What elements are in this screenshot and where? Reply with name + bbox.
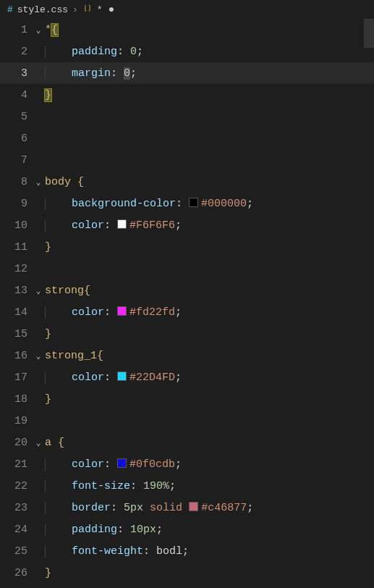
code-line: 7 <box>0 149 374 171</box>
code-line: 10 color: #F6F6F6; <box>0 214 374 236</box>
line-number[interactable]: 21 <box>0 458 32 471</box>
code-content[interactable]: color: #22D4FD; <box>45 371 374 384</box>
code-line: 2 padding: 0; <box>0 41 374 62</box>
line-number[interactable]: 20 <box>0 437 32 449</box>
line-number[interactable]: 22 <box>0 480 32 492</box>
fold-chevron-icon[interactable]: ⌄ <box>32 438 45 448</box>
line-number[interactable]: 3 <box>0 67 32 80</box>
breadcrumb-symbol[interactable]: * <box>97 4 103 15</box>
line-number[interactable]: 1 <box>0 24 32 36</box>
code-line: 1 ⌄ *{ <box>0 19 374 41</box>
code-line: 5 <box>0 106 374 127</box>
color-swatch-icon[interactable] <box>117 458 127 468</box>
code-line: 11 } <box>0 236 374 258</box>
code-content[interactable]: font-size: 190%; <box>45 480 374 492</box>
line-number[interactable]: 8 <box>0 176 32 188</box>
code-line: 26 } <box>0 562 374 584</box>
line-number[interactable]: 7 <box>0 154 32 167</box>
breadcrumb-filename[interactable]: style.css <box>17 4 68 15</box>
line-number[interactable]: 13 <box>0 285 32 297</box>
code-line: 8 ⌄ body { <box>0 171 374 193</box>
line-number[interactable]: 18 <box>0 393 32 406</box>
vertical-scrollbar[interactable] <box>364 19 374 48</box>
code-line: 22 font-size: 190%; <box>0 475 374 497</box>
code-line: 13 ⌄ strong{ <box>0 280 374 301</box>
color-swatch-icon[interactable] <box>117 306 127 316</box>
line-number[interactable]: 16 <box>0 350 32 362</box>
fold-chevron-icon[interactable]: ⌄ <box>32 177 45 187</box>
code-line: 16 ⌄ strong_1{ <box>0 345 374 366</box>
code-line: 23 border: 5px solid #c46877; <box>0 497 374 518</box>
chevron-right-icon: › <box>72 4 78 15</box>
code-content[interactable]: margin: 0; <box>45 67 374 80</box>
line-number[interactable]: 9 <box>0 198 32 210</box>
line-number[interactable]: 19 <box>0 415 32 427</box>
breadcrumb[interactable]: # style.css › * ● <box>0 0 374 19</box>
code-line: 9 background-color: #000000; <box>0 193 374 214</box>
code-line: 24 padding: 10px; <box>0 518 374 540</box>
code-line: 20 ⌄ a { <box>0 432 374 453</box>
code-line: 17 color: #22D4FD; <box>0 366 374 388</box>
code-line-active: 3 margin: 0; <box>0 62 374 84</box>
code-content[interactable]: padding: 10px; <box>45 524 374 536</box>
line-number[interactable]: 17 <box>0 371 32 384</box>
code-line: 14 color: #fd22fd; <box>0 301 374 323</box>
code-content[interactable]: color: #F6F6F6; <box>45 219 374 232</box>
line-number[interactable]: 25 <box>0 545 32 558</box>
code-content[interactable]: font-weight: bodl; <box>45 545 374 558</box>
code-content[interactable]: padding: 0; <box>45 46 374 58</box>
code-content[interactable]: background-color: #000000; <box>45 198 374 210</box>
code-line: 18 } <box>0 388 374 410</box>
fold-chevron-icon[interactable]: ⌄ <box>32 351 45 361</box>
line-number[interactable]: 26 <box>0 567 32 579</box>
css-file-icon: # <box>7 4 13 15</box>
color-swatch-icon[interactable] <box>117 219 127 229</box>
code-content[interactable]: } <box>45 393 374 406</box>
line-number[interactable]: 4 <box>0 89 32 101</box>
code-line: 12 <box>0 258 374 280</box>
color-swatch-icon[interactable] <box>189 198 198 207</box>
line-number[interactable]: 5 <box>0 111 32 123</box>
dirty-indicator-icon: ● <box>109 4 114 15</box>
color-swatch-icon[interactable] <box>117 371 127 381</box>
code-line: 21 color: #0f0cdb; <box>0 453 374 475</box>
line-number[interactable]: 23 <box>0 502 32 514</box>
line-number[interactable]: 12 <box>0 263 32 275</box>
code-content[interactable]: } <box>45 328 374 340</box>
fold-chevron-icon[interactable]: ⌄ <box>32 286 45 295</box>
line-number[interactable]: 10 <box>0 219 32 232</box>
code-content[interactable]: } <box>45 89 374 101</box>
line-number[interactable]: 24 <box>0 524 32 536</box>
css-rule-icon <box>82 3 93 16</box>
code-line: 15 } <box>0 323 374 345</box>
code-content[interactable]: } <box>45 567 374 579</box>
code-content[interactable]: *{ <box>45 24 374 36</box>
line-number[interactable]: 11 <box>0 241 32 253</box>
line-number[interactable]: 15 <box>0 328 32 340</box>
code-content[interactable]: color: #fd22fd; <box>45 306 374 319</box>
color-swatch-icon[interactable] <box>189 502 198 511</box>
line-number[interactable]: 6 <box>0 133 32 145</box>
line-number[interactable]: 14 <box>0 306 32 319</box>
code-line: 4 } <box>0 84 374 106</box>
code-line: 25 font-weight: bodl; <box>0 540 374 562</box>
code-content[interactable]: border: 5px solid #c46877; <box>45 502 374 514</box>
code-content[interactable]: body { <box>45 176 374 188</box>
code-content[interactable]: strong_1{ <box>45 350 374 362</box>
fold-chevron-icon[interactable]: ⌄ <box>32 25 45 35</box>
code-line: 19 <box>0 410 374 432</box>
code-content[interactable]: strong{ <box>45 285 374 297</box>
code-editor[interactable]: 1 ⌄ *{ 2 padding: 0; 3 margin: 0; 4 } 5 … <box>0 19 374 588</box>
code-content[interactable]: color: #0f0cdb; <box>45 458 374 471</box>
code-content[interactable]: } <box>45 241 374 253</box>
code-content[interactable]: a { <box>45 437 374 449</box>
code-line: 6 <box>0 127 374 149</box>
line-number[interactable]: 2 <box>0 46 32 58</box>
